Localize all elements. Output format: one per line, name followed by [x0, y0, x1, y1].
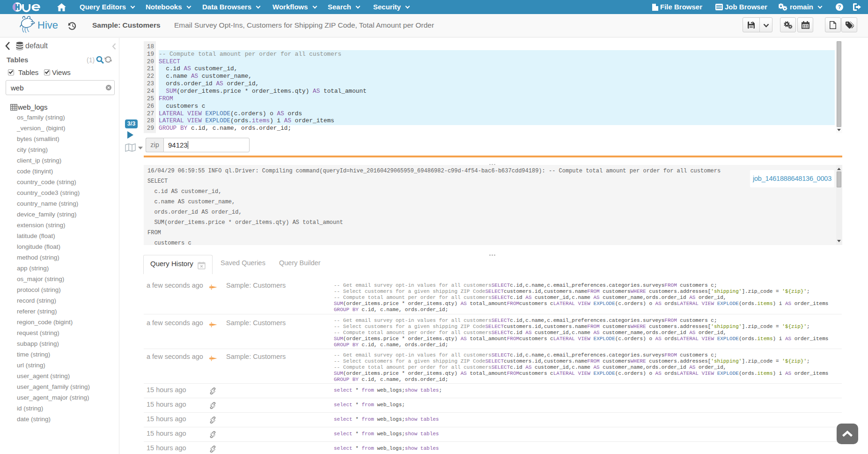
svg-text:?: ?: [838, 4, 841, 10]
